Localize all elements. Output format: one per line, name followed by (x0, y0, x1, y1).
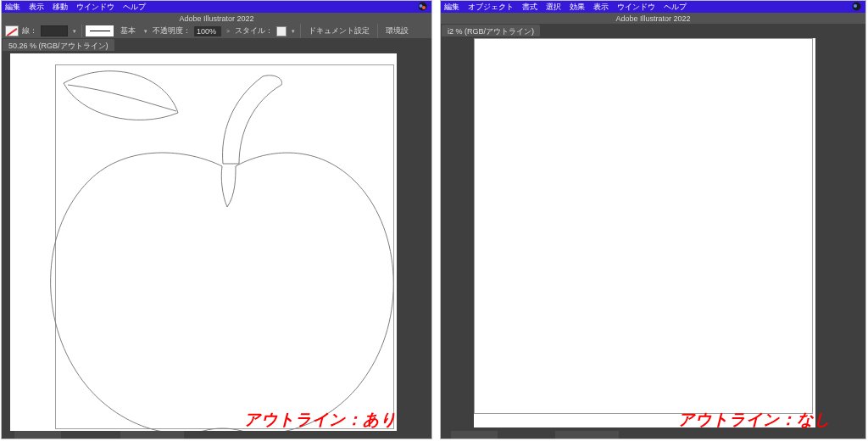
style-label: スタイル： (235, 25, 273, 36)
caption-outline-absent: アウトライン：なし (678, 409, 831, 431)
separator (81, 25, 82, 37)
document-tab-row: i2 % (RGB/アウトライン) (441, 24, 865, 36)
opacity-menu[interactable]: > (225, 28, 231, 34)
panel-divider (434, 0, 438, 447)
artboard (474, 38, 813, 414)
document-setup-button[interactable]: ドキュメント設定 (304, 25, 374, 36)
illustrator-window-right: 編集 オブジェクト 書式 選択 効果 表示 ウインドウ ヘルプ Adobe Il… (440, 0, 866, 439)
stroke-basic-menu[interactable]: ▾ (142, 28, 149, 35)
menu-select[interactable]: 選択 (546, 2, 561, 13)
stroke-weight-stepper[interactable]: ▾ (71, 28, 78, 35)
stroke-style-preview[interactable] (86, 25, 114, 36)
separator (377, 24, 378, 38)
canvas[interactable] (10, 53, 397, 432)
apple-outline-artwork (8, 49, 398, 439)
menu-bar: 編集 オブジェクト 書式 選択 効果 表示 ウインドウ ヘルプ (441, 1, 865, 13)
menu-effect[interactable]: 効果 (570, 2, 585, 13)
status-bar (441, 431, 865, 439)
caption-outline-present: アウトライン：あり (244, 409, 397, 431)
canvas[interactable] (474, 38, 815, 427)
menu-window[interactable]: ウインドウ (76, 2, 114, 13)
menu-edit[interactable]: 編集 (5, 2, 20, 13)
menu-help[interactable]: ヘルプ (123, 2, 146, 13)
title-bar: Adobe Illustrator 2022 (2, 13, 431, 24)
preferences-button[interactable]: 環境設 (381, 25, 413, 36)
menu-view[interactable]: 表示 (29, 2, 44, 13)
menu-bar: 編集 表示 移動 ウインドウ ヘルプ (2, 1, 431, 13)
document-tab[interactable]: i2 % (RGB/アウトライン) (442, 25, 540, 36)
menu-type[interactable]: 書式 (522, 2, 537, 13)
separator (300, 24, 301, 38)
stroke-label: 線： (22, 25, 37, 36)
options-bar: 線： ▾ 基本 ▾ 不透明度： 100% > スタイル： ▾ ドキュメント設定 … (2, 24, 431, 38)
app-icon (851, 2, 862, 11)
illustrator-window-left: 編集 表示 移動 ウインドウ ヘルプ Adobe Illustrator 202… (1, 0, 432, 439)
opacity-label: 不透明度： (153, 25, 191, 36)
menu-edit[interactable]: 編集 (444, 2, 459, 13)
style-menu[interactable]: ▾ (290, 28, 297, 35)
opacity-field[interactable]: 100% (194, 26, 221, 36)
stroke-basic-label[interactable]: 基本 (117, 25, 139, 36)
menu-window[interactable]: ウインドウ (617, 2, 655, 13)
svg-point-2 (422, 6, 426, 9)
menu-view[interactable]: 表示 (593, 2, 609, 13)
app-title: Adobe Illustrator 2022 (615, 14, 690, 23)
app-icon (417, 2, 428, 11)
app-title: Adobe Illustrator 2022 (179, 14, 253, 23)
svg-point-1 (420, 4, 423, 8)
stroke-weight-field[interactable] (41, 25, 68, 36)
status-bar (2, 431, 431, 439)
menu-help[interactable]: ヘルプ (664, 2, 687, 13)
menu-move[interactable]: 移動 (53, 2, 68, 13)
menu-object[interactable]: オブジェクト (468, 2, 514, 13)
title-bar: Adobe Illustrator 2022 (441, 13, 865, 24)
svg-point-4 (854, 4, 857, 8)
style-swatch[interactable] (276, 26, 287, 36)
fill-swatch[interactable] (5, 25, 19, 36)
